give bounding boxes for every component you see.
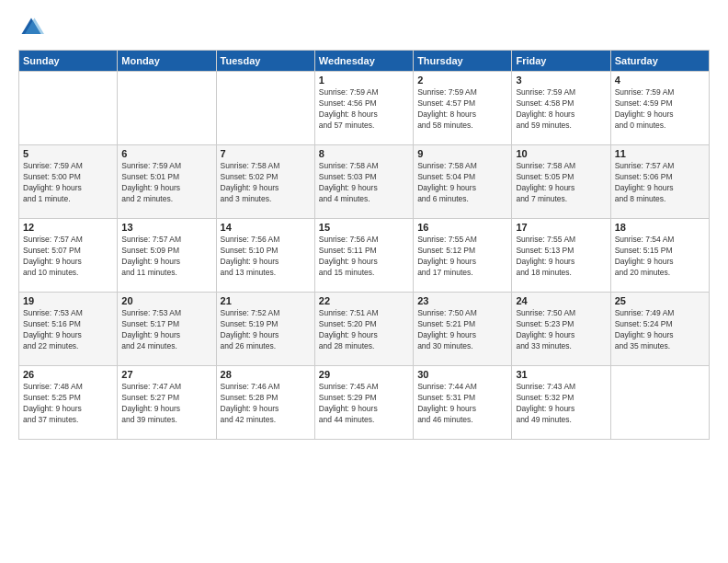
day-number: 25 xyxy=(615,295,705,306)
day-info: Sunrise: 7:53 AM Sunset: 5:17 PM Dayligh… xyxy=(121,308,211,352)
day-number: 5 xyxy=(23,148,113,159)
day-cell: 1Sunrise: 7:59 AM Sunset: 4:56 PM Daylig… xyxy=(314,72,413,145)
day-cell: 29Sunrise: 7:45 AM Sunset: 5:29 PM Dayli… xyxy=(314,366,413,440)
day-number: 23 xyxy=(417,295,507,306)
day-cell: 11Sunrise: 7:57 AM Sunset: 5:06 PM Dayli… xyxy=(610,145,709,219)
day-cell: 13Sunrise: 7:57 AM Sunset: 5:09 PM Dayli… xyxy=(118,219,216,293)
day-cell xyxy=(610,366,709,440)
day-info: Sunrise: 7:49 AM Sunset: 5:24 PM Dayligh… xyxy=(615,308,705,352)
day-cell: 7Sunrise: 7:58 AM Sunset: 5:02 PM Daylig… xyxy=(216,145,314,219)
day-number: 6 xyxy=(121,148,211,159)
day-info: Sunrise: 7:51 AM Sunset: 5:20 PM Dayligh… xyxy=(319,308,409,352)
header xyxy=(18,15,710,40)
day-info: Sunrise: 7:55 AM Sunset: 5:13 PM Dayligh… xyxy=(516,235,606,279)
day-cell: 26Sunrise: 7:48 AM Sunset: 5:25 PM Dayli… xyxy=(19,366,118,440)
day-number: 2 xyxy=(417,75,507,86)
day-number: 3 xyxy=(516,75,606,86)
day-cell: 20Sunrise: 7:53 AM Sunset: 5:17 PM Dayli… xyxy=(118,293,216,366)
day-cell: 9Sunrise: 7:58 AM Sunset: 5:04 PM Daylig… xyxy=(414,145,512,219)
week-row-3: 12Sunrise: 7:57 AM Sunset: 5:07 PM Dayli… xyxy=(19,219,710,293)
day-number: 20 xyxy=(121,295,211,306)
day-cell: 2Sunrise: 7:59 AM Sunset: 4:57 PM Daylig… xyxy=(414,72,512,145)
day-number: 30 xyxy=(417,369,507,380)
day-info: Sunrise: 7:44 AM Sunset: 5:31 PM Dayligh… xyxy=(417,382,507,426)
day-number: 1 xyxy=(319,75,409,86)
week-row-5: 26Sunrise: 7:48 AM Sunset: 5:25 PM Dayli… xyxy=(19,366,710,440)
day-info: Sunrise: 7:50 AM Sunset: 5:23 PM Dayligh… xyxy=(516,308,606,352)
day-info: Sunrise: 7:59 AM Sunset: 4:59 PM Dayligh… xyxy=(615,87,705,132)
day-info: Sunrise: 7:59 AM Sunset: 5:00 PM Dayligh… xyxy=(23,161,113,205)
day-info: Sunrise: 7:57 AM Sunset: 5:06 PM Dayligh… xyxy=(615,161,705,205)
weekday-header-sunday: Sunday xyxy=(19,51,118,72)
day-info: Sunrise: 7:59 AM Sunset: 5:01 PM Dayligh… xyxy=(121,161,211,205)
day-cell: 12Sunrise: 7:57 AM Sunset: 5:07 PM Dayli… xyxy=(19,219,118,293)
week-row-1: 1Sunrise: 7:59 AM Sunset: 4:56 PM Daylig… xyxy=(19,72,710,145)
day-number: 22 xyxy=(319,295,409,306)
day-cell: 17Sunrise: 7:55 AM Sunset: 5:13 PM Dayli… xyxy=(512,219,610,293)
day-cell: 15Sunrise: 7:56 AM Sunset: 5:11 PM Dayli… xyxy=(314,219,413,293)
day-number: 26 xyxy=(23,369,113,380)
day-number: 16 xyxy=(417,222,507,233)
weekday-header-row: SundayMondayTuesdayWednesdayThursdayFrid… xyxy=(19,51,710,72)
day-cell: 22Sunrise: 7:51 AM Sunset: 5:20 PM Dayli… xyxy=(314,293,413,366)
day-info: Sunrise: 7:43 AM Sunset: 5:32 PM Dayligh… xyxy=(516,382,606,426)
day-info: Sunrise: 7:58 AM Sunset: 5:02 PM Dayligh… xyxy=(221,161,311,205)
day-info: Sunrise: 7:47 AM Sunset: 5:27 PM Dayligh… xyxy=(121,382,211,426)
day-info: Sunrise: 7:59 AM Sunset: 4:57 PM Dayligh… xyxy=(417,87,507,132)
day-number: 4 xyxy=(615,75,705,86)
week-row-4: 19Sunrise: 7:53 AM Sunset: 5:16 PM Dayli… xyxy=(19,293,710,366)
day-info: Sunrise: 7:57 AM Sunset: 5:09 PM Dayligh… xyxy=(121,235,211,279)
day-cell: 31Sunrise: 7:43 AM Sunset: 5:32 PM Dayli… xyxy=(512,366,610,440)
day-number: 21 xyxy=(221,295,311,306)
day-cell: 10Sunrise: 7:58 AM Sunset: 5:05 PM Dayli… xyxy=(512,145,610,219)
day-cell: 24Sunrise: 7:50 AM Sunset: 5:23 PM Dayli… xyxy=(512,293,610,366)
day-info: Sunrise: 7:55 AM Sunset: 5:12 PM Dayligh… xyxy=(417,235,507,279)
day-cell xyxy=(118,72,216,145)
day-info: Sunrise: 7:58 AM Sunset: 5:05 PM Dayligh… xyxy=(516,161,606,205)
day-cell: 25Sunrise: 7:49 AM Sunset: 5:24 PM Dayli… xyxy=(610,293,709,366)
day-number: 7 xyxy=(221,148,311,159)
day-cell: 28Sunrise: 7:46 AM Sunset: 5:28 PM Dayli… xyxy=(216,366,314,440)
day-number: 10 xyxy=(516,148,606,159)
day-cell: 27Sunrise: 7:47 AM Sunset: 5:27 PM Dayli… xyxy=(118,366,216,440)
page: SundayMondayTuesdayWednesdayThursdayFrid… xyxy=(0,0,728,563)
day-cell xyxy=(216,72,314,145)
day-number: 19 xyxy=(23,295,113,306)
day-cell: 30Sunrise: 7:44 AM Sunset: 5:31 PM Dayli… xyxy=(414,366,512,440)
day-info: Sunrise: 7:56 AM Sunset: 5:11 PM Dayligh… xyxy=(319,235,409,279)
day-number: 8 xyxy=(319,148,409,159)
day-number: 15 xyxy=(319,222,409,233)
day-cell: 5Sunrise: 7:59 AM Sunset: 5:00 PM Daylig… xyxy=(19,145,118,219)
day-number: 27 xyxy=(121,369,211,380)
day-info: Sunrise: 7:54 AM Sunset: 5:15 PM Dayligh… xyxy=(615,235,705,279)
day-info: Sunrise: 7:59 AM Sunset: 4:58 PM Dayligh… xyxy=(516,87,606,132)
week-row-2: 5Sunrise: 7:59 AM Sunset: 5:00 PM Daylig… xyxy=(19,145,710,219)
day-number: 28 xyxy=(221,369,311,380)
weekday-header-thursday: Thursday xyxy=(414,51,512,72)
weekday-header-tuesday: Tuesday xyxy=(216,51,314,72)
weekday-header-friday: Friday xyxy=(512,51,610,72)
weekday-header-saturday: Saturday xyxy=(610,51,709,72)
day-number: 14 xyxy=(221,222,311,233)
day-info: Sunrise: 7:56 AM Sunset: 5:10 PM Dayligh… xyxy=(221,235,311,279)
logo xyxy=(18,15,48,40)
day-info: Sunrise: 7:45 AM Sunset: 5:29 PM Dayligh… xyxy=(319,382,409,426)
day-cell: 6Sunrise: 7:59 AM Sunset: 5:01 PM Daylig… xyxy=(118,145,216,219)
day-info: Sunrise: 7:50 AM Sunset: 5:21 PM Dayligh… xyxy=(417,308,507,352)
day-number: 29 xyxy=(319,369,409,380)
day-number: 11 xyxy=(615,148,705,159)
day-info: Sunrise: 7:59 AM Sunset: 4:56 PM Dayligh… xyxy=(319,87,409,132)
day-number: 12 xyxy=(23,222,113,233)
day-number: 31 xyxy=(516,369,606,380)
day-info: Sunrise: 7:58 AM Sunset: 5:03 PM Dayligh… xyxy=(319,161,409,205)
day-info: Sunrise: 7:58 AM Sunset: 5:04 PM Dayligh… xyxy=(417,161,507,205)
day-info: Sunrise: 7:57 AM Sunset: 5:07 PM Dayligh… xyxy=(23,235,113,279)
weekday-header-wednesday: Wednesday xyxy=(314,51,413,72)
day-cell: 16Sunrise: 7:55 AM Sunset: 5:12 PM Dayli… xyxy=(414,219,512,293)
logo-icon xyxy=(18,15,44,40)
day-number: 9 xyxy=(417,148,507,159)
calendar: SundayMondayTuesdayWednesdayThursdayFrid… xyxy=(18,50,710,440)
day-info: Sunrise: 7:52 AM Sunset: 5:19 PM Dayligh… xyxy=(221,308,311,352)
day-cell: 18Sunrise: 7:54 AM Sunset: 5:15 PM Dayli… xyxy=(610,219,709,293)
day-number: 24 xyxy=(516,295,606,306)
